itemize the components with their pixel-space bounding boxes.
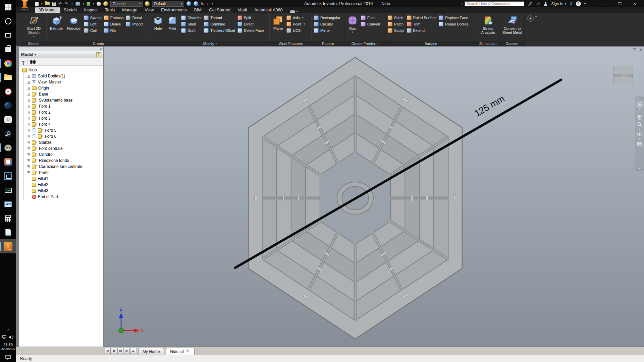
a360-cloud-icon[interactable]: ▾: [290, 10, 298, 13]
tree-item-foro-3[interactable]: +Foro 3: [20, 115, 103, 121]
emboss-button[interactable]: Emboss: [103, 14, 124, 21]
search-input[interactable]: [465, 1, 524, 6]
inventor-logo[interactable]: PRO: [17, 0, 32, 13]
undo-icon[interactable]: ↶: [58, 2, 62, 6]
expand-icon[interactable]: +: [27, 75, 30, 78]
communication-center-icon[interactable]: [528, 1, 533, 6]
file-explorer-button[interactable]: [0, 70, 16, 84]
new-file-icon[interactable]: [35, 2, 39, 6]
tile-vertical-button[interactable]: ▥: [124, 348, 130, 354]
navigation-wheel-icon[interactable]: [636, 101, 643, 108]
expand-icon[interactable]: +: [27, 87, 30, 90]
store-button[interactable]: [0, 42, 16, 56]
expand-icon[interactable]: +: [27, 117, 30, 120]
tab-get-started[interactable]: Get Started: [205, 7, 234, 13]
panel-label-create[interactable]: Create: [47, 41, 150, 46]
cascade-windows-button[interactable]: ⧉: [105, 348, 111, 354]
open-icon[interactable]: [45, 2, 50, 5]
draft-button[interactable]: Draft: [180, 27, 202, 34]
tab-close-icon[interactable]: ✕: [186, 350, 190, 353]
browser-help-icon[interactable]: ?: [96, 52, 101, 57]
sculpt-button[interactable]: Sculpt: [387, 27, 405, 34]
movie-maker-button[interactable]: [0, 155, 16, 169]
clear-appearance-icon[interactable]: ✕: [194, 1, 198, 6]
expand-icon[interactable]: +: [27, 159, 30, 162]
appearance-combo[interactable]: Default ▾: [152, 1, 184, 7]
expand-tabs-button[interactable]: ▲: [130, 348, 136, 354]
tree-item-base[interactable]: +Base: [20, 91, 103, 97]
expand-icon[interactable]: +: [27, 105, 30, 108]
tree-item-end-of-part[interactable]: +✕End of Part: [20, 194, 103, 200]
expand-icon[interactable]: +: [27, 171, 30, 174]
expand-icon[interactable]: +: [27, 129, 30, 132]
chamfer-button[interactable]: Chamfer: [180, 14, 202, 21]
tree-item-foro-centrale[interactable]: +Foro centrale: [20, 145, 103, 152]
tree-item-solid-bodies[interactable]: +Solid Bodies(1): [20, 73, 103, 79]
system-info-button[interactable]: [0, 197, 16, 211]
freeform-face-button[interactable]: Face: [360, 14, 381, 21]
taskbar-date[interactable]: 25/09/2017: [0, 347, 15, 351]
calculator-button[interactable]: [0, 211, 16, 225]
tree-item-stanze[interactable]: +Stanze: [20, 139, 103, 145]
tab-3d-model[interactable]: 3D Model: [35, 7, 60, 13]
navbar-menu-icon[interactable]: ▾: [639, 167, 640, 169]
tree-item-origin[interactable]: +Origin: [20, 85, 103, 91]
extend-button[interactable]: Extend: [406, 27, 437, 34]
tree-item-cilindro[interactable]: +Cilindro: [20, 152, 103, 158]
tab-manage[interactable]: Manage: [118, 7, 141, 13]
gimp-button[interactable]: [0, 141, 16, 155]
ucs-button[interactable]: UCS: [286, 27, 306, 34]
coil-button[interactable]: Coil: [83, 27, 102, 34]
orbit-icon[interactable]: [637, 131, 643, 137]
close-button[interactable]: ✕: [627, 2, 642, 6]
thicken-offset-button[interactable]: Thicken/ Offset: [203, 27, 236, 34]
action-center-icon[interactable]: [5, 355, 11, 360]
sweep-button[interactable]: Sweep: [83, 14, 102, 21]
ribbon-collapse-button[interactable]: ▼ ▾: [525, 13, 537, 46]
minimize-button[interactable]: —: [598, 2, 612, 6]
doc-minimize-icon[interactable]: —: [626, 48, 630, 52]
filter-icon[interactable]: [21, 61, 25, 63]
look-at-icon[interactable]: [637, 141, 643, 147]
rib-button[interactable]: Rib: [103, 27, 124, 34]
tree-item-fillet2[interactable]: +Fillet2: [20, 182, 103, 188]
graphics-viewport[interactable]: — ❐ ✕: [104, 47, 644, 347]
derive-button[interactable]: Derive: [103, 21, 124, 27]
doc-restore-icon[interactable]: ❐: [633, 48, 636, 52]
direct-button[interactable]: Direct: [237, 21, 264, 27]
doc-close-icon[interactable]: ✕: [639, 48, 642, 52]
tree-item-fillet1[interactable]: +Fillet1: [20, 176, 103, 182]
video-editor-button[interactable]: [0, 169, 16, 183]
tab-sketch[interactable]: Sketch: [60, 7, 80, 13]
tree-item-svuotamento-base[interactable]: +Svuotamento base: [20, 97, 103, 103]
expand-icon[interactable]: +: [27, 123, 30, 126]
stitch-button[interactable]: Stitch: [387, 14, 405, 21]
panel-label-create-freeform[interactable]: Create Freeform: [344, 41, 385, 46]
iproperties-icon[interactable]: [87, 2, 90, 6]
resource-monitor-button[interactable]: [0, 183, 16, 197]
extrude-button[interactable]: Extrude: [48, 14, 64, 31]
start-button[interactable]: [0, 0, 16, 14]
exchange-apps-icon[interactable]: X: [570, 1, 573, 6]
combine-button[interactable]: Combine: [203, 21, 236, 27]
task-view-button[interactable]: [0, 28, 16, 42]
tree-item-foro-5[interactable]: +ⓘForo 5: [20, 127, 103, 133]
expand-icon[interactable]: +: [27, 147, 30, 150]
tree-item-fillet3[interactable]: +Fillet3: [20, 188, 103, 194]
view-cube[interactable]: BOTTOM: [613, 66, 633, 85]
panel-label-sketch[interactable]: Sketch: [21, 41, 47, 46]
model-canvas[interactable]: 125 mm Z X: [104, 47, 644, 347]
zoom-icon[interactable]: [637, 121, 643, 127]
qat-overflow-icon[interactable]: ▾: [211, 2, 213, 5]
axis-button[interactable]: Axis▾: [286, 14, 306, 21]
orbit-dropdown-icon[interactable]: ▾: [639, 138, 640, 140]
tab-vault[interactable]: Vault: [234, 7, 251, 13]
browser-header[interactable]: Model ▾ ?: [19, 51, 103, 58]
panel-label-modify[interactable]: Modify▾: [150, 41, 270, 46]
help-icon[interactable]: ?: [576, 1, 581, 6]
tile-windows-button[interactable]: ▦: [111, 348, 117, 354]
tab-my-home[interactable]: My Home: [138, 348, 164, 355]
hidden-icons-chevron[interactable]: ›: [7, 327, 9, 332]
tree-item-view-master[interactable]: +View: Master: [20, 79, 103, 85]
navbar-close-icon[interactable]: ✕: [640, 98, 643, 101]
